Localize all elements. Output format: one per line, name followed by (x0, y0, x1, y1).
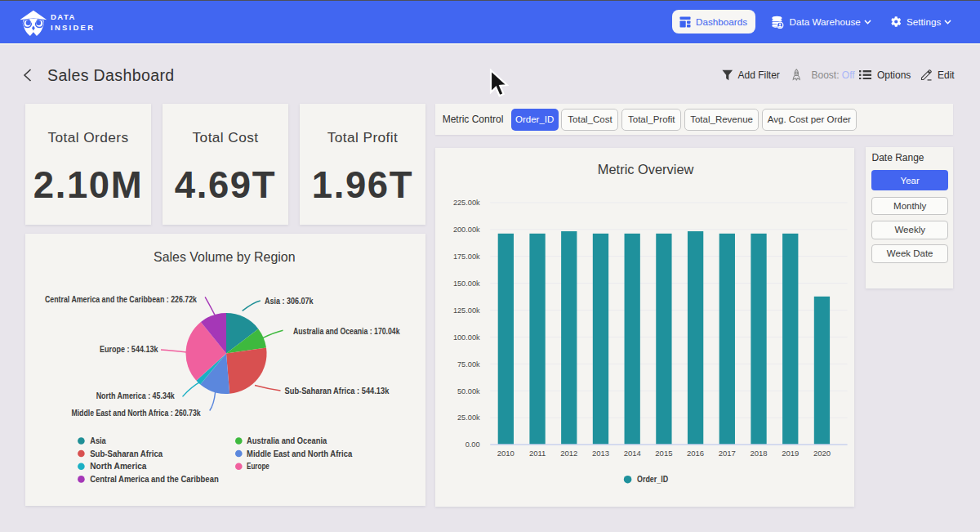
svg-text:50.00k: 50.00k (457, 387, 480, 396)
svg-text:Europe: Europe (247, 462, 270, 471)
svg-text:Central America and the Caribb: Central America and the Caribbean (90, 475, 219, 484)
svg-text:Australia and Oceania: Australia and Oceania (247, 436, 327, 445)
svg-text:Order_ID: Order_ID (637, 475, 668, 484)
svg-text:150.00k: 150.00k (453, 279, 480, 288)
svg-text:2019: 2019 (782, 449, 799, 458)
svg-text:2014: 2014 (624, 449, 641, 458)
svg-text:North America: North America (90, 462, 147, 471)
svg-text:Sales Volume by Region: Sales Volume by Region (154, 249, 295, 264)
svg-text:2016: 2016 (687, 449, 704, 458)
svg-text:2010: 2010 (497, 449, 514, 458)
svg-text:Sub-Saharan Africa : 544.13k: Sub-Saharan Africa : 544.13k (285, 387, 390, 396)
svg-text:Central America and the Caribb: Central America and the Caribbean : 226.… (45, 295, 197, 304)
svg-text:Europe : 544.13k: Europe : 544.13k (100, 345, 158, 354)
svg-text:2013: 2013 (592, 449, 609, 458)
svg-text:0.00: 0.00 (466, 440, 480, 449)
svg-text:75.00k: 75.00k (457, 360, 480, 369)
svg-text:25.00k: 25.00k (457, 414, 480, 422)
svg-text:Asia : 306.07k: Asia : 306.07k (265, 297, 314, 306)
svg-text:100.00k: 100.00k (453, 333, 480, 342)
svg-text:North America : 45.34k: North America : 45.34k (96, 391, 175, 400)
svg-text:2011: 2011 (529, 449, 546, 458)
svg-text:2018: 2018 (750, 449, 767, 458)
svg-text:Asia: Asia (90, 436, 106, 445)
svg-text:2012: 2012 (560, 449, 577, 458)
svg-text:2017: 2017 (719, 449, 736, 458)
svg-text:Metric Overview: Metric Overview (598, 162, 694, 177)
svg-text:Middle East and North Africa :: Middle East and North Africa : 260.73k (71, 409, 200, 418)
svg-text:175.00k: 175.00k (453, 253, 480, 261)
svg-text:225.00k: 225.00k (453, 199, 480, 207)
svg-text:Sub-Saharan Africa: Sub-Saharan Africa (90, 449, 163, 458)
svg-text:Middle East and North Africa: Middle East and North Africa (247, 449, 352, 458)
svg-text:Australia and Oceania : 170.04: Australia and Oceania : 170.04k (293, 327, 400, 336)
svg-text:2020: 2020 (813, 449, 831, 458)
svg-text:2015: 2015 (655, 449, 672, 458)
svg-text:125.00k: 125.00k (453, 306, 480, 315)
svg-text:200.00k: 200.00k (453, 226, 480, 234)
